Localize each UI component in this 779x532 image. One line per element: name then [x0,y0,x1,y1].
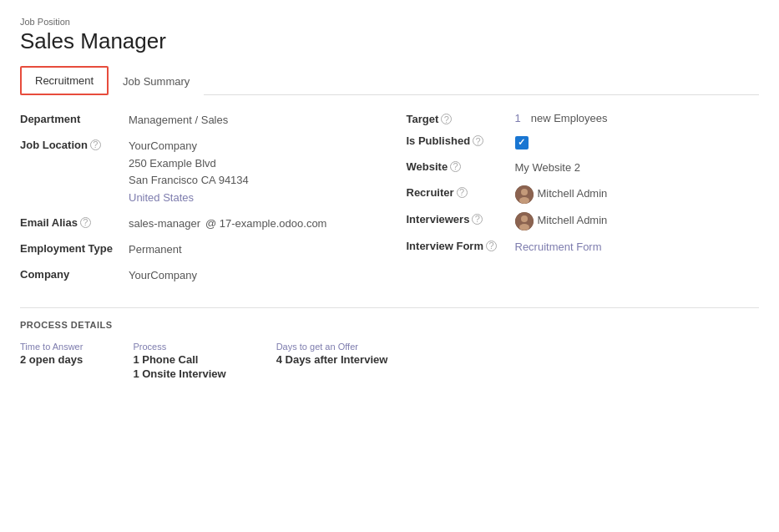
job-location-row: Job Location ? YourCompany 250 Example B… [20,138,373,207]
target-unit: new Employees [531,112,608,124]
target-value: 1 [515,112,521,124]
right-fields: Target ? 1 new Employees Is Published ? … [407,112,760,292]
time-to-answer-item: Time to Answer 2 open days [20,342,83,380]
job-location-address2: San Francisco CA 94134 [129,172,249,190]
tab-job-summary[interactable]: Job Summary [109,66,204,95]
svg-point-4 [521,215,528,222]
job-location-company: YourCompany [129,138,249,155]
section-divider [20,307,759,308]
interviewers-name: Mitchell Admin [538,212,608,230]
process-details-title: PROCESS DETAILS [20,320,759,330]
process-grid: Time to Answer 2 open days Process 1 Pho… [20,342,759,380]
employment-type-value: Permanent [129,241,182,259]
interviewers-row: Interviewers ? Mitchell Admin [407,212,760,231]
process-label: Process [133,342,225,352]
email-alias-label: Email Alias ? [20,215,129,229]
website-label: Website ? [407,160,515,173]
email-alias-name: sales-manager [129,215,200,233]
days-offer-item: Days to get an Offer 4 Days after Interv… [276,342,388,380]
department-row: Department Management / Sales [20,112,373,129]
company-label: Company [20,267,129,281]
time-to-answer-value: 2 open days [20,353,83,366]
job-location-help-icon[interactable]: ? [90,139,101,150]
process-value1: 1 Phone Call [133,353,225,366]
is-published-label: Is Published ? [407,134,515,147]
tabs-bar: Recruitment Job Summary [20,66,759,95]
recruiter-avatar [515,185,534,204]
interviewers-label: Interviewers ? [407,212,515,225]
recruiter-row: Recruiter ? Mitchell Admin [407,185,760,204]
is-published-row: Is Published ? [407,134,760,151]
process-item: Process 1 Phone Call 1 Onsite Interview [133,342,225,380]
process-value2: 1 Onsite Interview [133,367,225,380]
company-value: YourCompany [129,267,197,285]
department-value: Management / Sales [129,112,228,129]
interview-form-label: Interview Form ? [407,239,515,252]
days-offer-value: 4 Days after Interview [276,353,388,366]
days-offer-label: Days to get an Offer [276,342,388,352]
interviewers-help-icon[interactable]: ? [472,214,483,225]
interview-form-help-icon[interactable]: ? [486,241,497,251]
target-help-icon[interactable]: ? [441,114,452,124]
svg-point-1 [521,189,528,195]
target-label: Target ? [407,112,515,125]
employment-type-label: Employment Type [20,241,129,255]
website-help-icon[interactable]: ? [450,161,461,172]
email-alias-domain: @ 17-example.odoo.com [205,215,326,233]
recruiter-value: Mitchell Admin [515,185,608,204]
left-fields: Department Management / Sales Job Locati… [20,112,373,292]
email-alias-row: Email Alias ? sales-manager @ 17-example… [20,215,373,233]
target-row: Target ? 1 new Employees [407,112,760,125]
interviewers-avatar [515,212,534,231]
job-location-country[interactable]: United States [129,190,249,207]
job-location-value: YourCompany 250 Example Blvd San Francis… [129,138,249,207]
website-value: My Website 2 [515,160,581,177]
job-location-label: Job Location ? [20,138,129,151]
email-alias-value: sales-manager @ 17-example.odoo.com [129,215,326,233]
svg-point-2 [519,197,529,204]
website-row: Website ? My Website 2 [407,160,760,177]
company-row: Company YourCompany [20,267,373,285]
interview-form-value[interactable]: Recruitment Form [515,239,602,256]
time-to-answer-label: Time to Answer [20,342,83,352]
published-checkmark[interactable] [515,136,529,149]
email-alias-help-icon[interactable]: ? [80,217,91,228]
is-published-checkbox[interactable] [515,134,529,151]
tab-recruitment[interactable]: Recruitment [20,66,109,95]
svg-point-5 [519,224,529,231]
job-position-label: Job Position [20,17,759,27]
recruiter-name: Mitchell Admin [538,185,608,203]
page-title: Sales Manager [20,28,759,54]
interview-form-row: Interview Form ? Recruitment Form [407,239,760,256]
recruiter-help-icon[interactable]: ? [457,187,468,198]
is-published-help-icon[interactable]: ? [473,135,483,146]
employment-type-row: Employment Type Permanent [20,241,373,259]
job-location-address1: 250 Example Blvd [129,155,249,173]
department-label: Department [20,112,129,125]
recruiter-label: Recruiter ? [407,185,515,199]
interviewers-value: Mitchell Admin [515,212,608,231]
target-value-row: 1 new Employees [515,112,608,124]
